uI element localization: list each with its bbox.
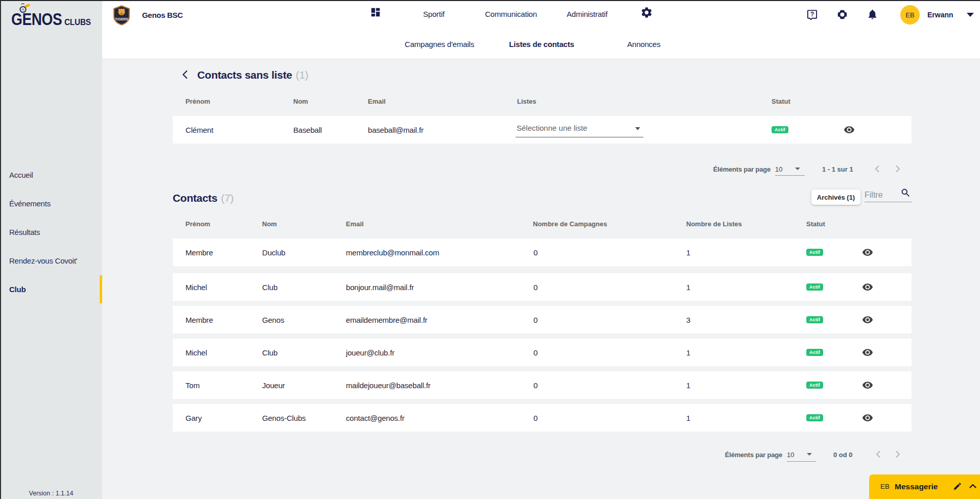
page-size-caret-icon[interactable] xyxy=(795,168,800,170)
page-size-underline xyxy=(775,175,805,176)
page-size-value[interactable]: 10 xyxy=(787,451,794,459)
table-row: Membre Duclub membreclub@monmail.com 0 1… xyxy=(173,239,912,266)
search-icon[interactable] xyxy=(900,187,911,198)
cell-email: joueur@club.fr xyxy=(346,339,394,366)
genos-clubs-logo[interactable]: GENOS CLUBS xyxy=(11,4,93,31)
cell-prenom: Michel xyxy=(185,273,207,301)
notifications-bell-icon[interactable] xyxy=(867,8,878,20)
cell-nombre-campagnes: 0 xyxy=(533,404,538,432)
club-name[interactable]: Genos BSC xyxy=(142,11,183,19)
sidebar-item-evenements[interactable]: Événements xyxy=(0,189,102,218)
cell-nombre-listes: 1 xyxy=(686,339,690,366)
cell-nombre-campagnes: 0 xyxy=(533,273,538,301)
nav-item-communication[interactable]: Communication xyxy=(485,10,537,18)
cell-prenom: Clément xyxy=(185,116,213,144)
back-chevron-icon[interactable] xyxy=(181,70,189,79)
status-badge-wrap: Actif xyxy=(806,239,823,266)
status-badge-wrap: Actif xyxy=(806,404,823,432)
cell-email: baseball@mail.fr xyxy=(368,116,424,144)
eye-icon xyxy=(862,412,873,423)
title-count: (1) xyxy=(296,69,309,81)
sidebar-item-label: Résultats xyxy=(9,228,40,236)
sidebar-item-label: Accueil xyxy=(9,171,33,179)
nav-item-administratif[interactable]: Administratif xyxy=(567,10,608,18)
view-contact-button[interactable] xyxy=(862,371,873,399)
items-per-page-label: Éléments par page xyxy=(713,165,771,173)
view-contact-button[interactable] xyxy=(862,239,873,266)
column-header-nom: Nom xyxy=(262,220,277,228)
status-badge-wrap: Actif xyxy=(806,306,823,334)
dashboard-icon[interactable] xyxy=(370,7,381,18)
nav-item-sportif[interactable]: Sportif xyxy=(423,10,445,18)
page-size-caret-icon[interactable] xyxy=(807,453,812,456)
club-logo-tigers[interactable]: TIGERS xyxy=(112,5,131,26)
cell-nombre-listes: 1 xyxy=(686,239,690,266)
messenger-title: Messagerie xyxy=(895,482,938,491)
cell-email: contact@genos.fr xyxy=(346,404,405,432)
cell-prenom: Michel xyxy=(185,339,207,366)
settings-gear-icon[interactable] xyxy=(640,6,653,19)
previous-page-chevron-icon[interactable] xyxy=(874,450,882,459)
view-contact-button[interactable] xyxy=(862,273,873,301)
table-row: Michel Club bonjour.mail@mail.fr 0 1 Act… xyxy=(173,273,912,301)
cell-prenom: Tom xyxy=(185,371,200,399)
cell-nom: Genos-Clubs xyxy=(262,404,306,432)
user-name[interactable]: Erwann xyxy=(927,11,953,19)
cell-email: membreclub@monmail.com xyxy=(346,239,439,266)
sidebar-menu: Accueil Événements Résultats Rendez-vous… xyxy=(0,160,102,303)
cell-nom: Genos xyxy=(262,306,284,334)
status-badge: Actif xyxy=(806,249,823,256)
next-page-chevron-icon[interactable] xyxy=(894,450,902,459)
filter-field xyxy=(865,188,912,203)
liste-select[interactable]: Sélectionne une liste xyxy=(516,123,643,137)
subnav-item-annonces[interactable]: Annonces xyxy=(627,40,660,49)
sidebar-item-accueil[interactable]: Accueil xyxy=(0,160,102,189)
status-badge: Actif xyxy=(806,316,823,323)
cell-nombre-listes: 1 xyxy=(686,404,690,432)
cell-nombre-listes: 3 xyxy=(686,306,690,334)
view-contact-button[interactable] xyxy=(862,404,873,432)
sidebar-item-club[interactable]: Club xyxy=(0,275,102,303)
brand-text: GENOS xyxy=(11,10,62,29)
expand-chevron-up-icon[interactable] xyxy=(969,483,977,490)
user-menu-caret-icon[interactable] xyxy=(967,13,974,17)
support-buoy-icon[interactable] xyxy=(836,9,848,20)
cell-prenom: Gary xyxy=(185,404,202,432)
cell-nombre-listes: 1 xyxy=(686,371,690,399)
page-range-label: 0 od 0 xyxy=(833,451,853,459)
club-logo-text: TIGERS xyxy=(115,17,128,21)
view-contact-button[interactable] xyxy=(844,116,855,144)
eye-icon xyxy=(862,379,873,391)
sidebar-item-label: Club xyxy=(9,285,26,294)
page-size-value[interactable]: 10 xyxy=(775,165,782,173)
page-range-label: 1 - 1 sur 1 xyxy=(822,165,853,173)
brand-suffix-text: CLUBS xyxy=(64,17,91,28)
user-avatar[interactable]: EB xyxy=(900,5,920,25)
previous-page-chevron-icon[interactable] xyxy=(873,164,881,173)
cell-nombre-campagnes: 0 xyxy=(533,239,538,266)
table-row: Membre Genos emaildemembre@mail.fr 0 3 A… xyxy=(173,306,912,334)
column-header-statut: Statut xyxy=(772,98,790,105)
column-header-statut: Statut xyxy=(806,220,825,228)
sidebar-item-rendez-vous-covoit[interactable]: Rendez-vous Covoit' xyxy=(0,246,102,275)
help-icon[interactable]: ? xyxy=(806,9,818,21)
sidebar: GENOS CLUBS Accueil Événements Résultats… xyxy=(0,0,102,499)
archived-button[interactable]: Archivés (1) xyxy=(811,189,860,205)
view-contact-button[interactable] xyxy=(862,306,873,334)
subnav-item-listes-de-contacts[interactable]: Listes de contacts xyxy=(509,40,574,49)
compose-pencil-icon[interactable] xyxy=(953,482,962,491)
sidebar-item-label: Événements xyxy=(9,199,51,208)
page-size-underline xyxy=(787,461,816,462)
cell-nom: Club xyxy=(262,273,277,301)
messenger-bar[interactable]: EB Messagerie xyxy=(869,474,980,499)
cell-prenom: Membre xyxy=(185,306,213,334)
status-badge-wrap: Actif xyxy=(806,371,823,399)
eye-icon xyxy=(862,247,873,258)
next-page-chevron-icon[interactable] xyxy=(894,164,902,173)
table-row: Tom Joueur maildejoueur@baseball.fr 0 1 … xyxy=(173,371,912,399)
view-contact-button[interactable] xyxy=(862,339,873,366)
cell-nom: Duclub xyxy=(262,239,286,266)
subnav-item-campagnes-emails[interactable]: Campagnes d'emails xyxy=(405,40,474,49)
version-label: Version : 1.1.14 xyxy=(0,490,102,497)
sidebar-item-resultats[interactable]: Résultats xyxy=(0,218,102,246)
